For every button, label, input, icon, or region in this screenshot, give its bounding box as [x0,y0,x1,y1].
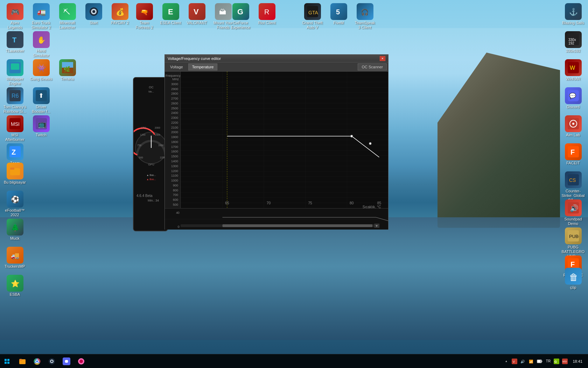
desktop-icon-efootball[interactable]: ⚽ eFootball™ 2022 [2,189,28,219]
svg-text:CS: CS [569,177,576,183]
systray-expand-icon[interactable]: ▲ [503,358,510,365]
close-button[interactable]: ✕ [380,56,385,61]
discord-label: Discord [567,105,580,109]
curve-editor-toolbar: Voltage Temperature OC Scanner [165,62,388,71]
svg-text:🚛: 🚛 [37,8,46,16]
svg-text:⬆: ⬆ [38,92,44,99]
soundpad-icon-img: 🔊 [565,199,582,216]
svg-text:T: T [12,36,16,44]
svg-text:V: V [513,360,515,363]
desktop-icon-tf2[interactable]: 🔫 Team Fortress 2 [131,2,158,31]
svg-text:75: 75 [308,201,312,205]
svg-rect-102 [5,359,7,361]
systray-battery-icon[interactable] [536,358,543,365]
svg-rect-20 [11,63,19,70]
desktop-icon-explorer[interactable]: Bu bilgisayar [2,161,28,186]
valorant-label: VALORANT [187,21,207,25]
efootball-icon-img: ⚽ [7,191,23,207]
systray-msi-icon[interactable]: MSI [561,358,568,365]
twitch-icon-img: 📺 [33,115,50,132]
desktop-icon-euro-truck[interactable]: 🚛 Euro Truck Simulator 2 [28,2,54,31]
min-label: Min.: 34 [148,199,159,202]
truckers-icon-img: 🚚 [7,247,23,264]
desktop-icon-msi[interactable]: MSI MSI Afterburner [2,114,28,143]
svg-text:500: 500 [139,156,143,159]
wallpaper-label: Wallpaper Engine [3,77,27,86]
truckers-label: TruckersMP [5,264,25,269]
desktop-icon-apex[interactable]: 🎮 Apex Legends [2,2,28,31]
desktop-icon-esba[interactable]: ⭐ ESBA [2,273,28,298]
soundpad-label: Soundpad Demo [561,217,585,226]
desktop-icon-valorant[interactable]: V VALORANT [184,2,210,27]
desktop-icon-gta[interactable]: GTA Grand Theft Auto V [299,2,326,31]
svg-text:💬: 💬 [569,93,576,99]
desktop-icon-winrar[interactable]: W WinRAR [560,58,586,83]
svg-text:1500: 1500 [155,134,160,136]
desktop-icon-hand[interactable]: ✋ Hand Simulator [28,30,54,59]
desktop-icon-fivem[interactable]: 5 FiveM [326,2,352,27]
svg-text:192: 192 [568,41,574,45]
desktop-icon-res[interactable]: 330x192 330x192 [560,30,586,55]
desktop-icon-soundpad[interactable]: 🔊 Soundpad Demo [560,198,586,227]
svg-rect-97 [222,224,372,227]
systray-geforce-icon[interactable]: G [553,358,560,365]
esba-icon-img: ⭐ [7,275,23,292]
svg-text:70: 70 [267,201,271,205]
systray-valorant-icon[interactable]: V [511,358,518,365]
taskbar-icon-discord[interactable] [59,354,74,368]
tab-voltage[interactable]: Voltage [166,63,187,70]
res-label: 330x192 [566,49,580,53]
tab-temperature[interactable]: Temperature [188,63,218,70]
taskbar-clock[interactable]: 18:41 [570,354,585,368]
desktop-icon-aimlab[interactable]: Aim Lab [560,114,586,139]
taskbar-icon-chrome[interactable] [30,354,44,368]
svg-text:GPU: GPU [148,163,154,166]
desktop-icon-payday[interactable]: 💰 PAYDAY 2 [107,2,133,27]
desktop-icon-minecraft[interactable]: ⛏ Minecraft Launcher [54,2,80,31]
desktop-icon-truckers[interactable]: 🚚 TruckersMP [2,245,28,270]
desktop-icon-recycle[interactable]: 🗑 çöp [560,266,586,291]
taskbar-icon-steam[interactable] [45,354,59,368]
desktop-icon-riot[interactable]: R Riot Client [254,2,280,27]
desktop-icon-rainbow[interactable]: R6 Tom Clancy's Rainbow Si... [2,86,28,115]
svg-text:PUBG: PUBG [569,234,579,239]
desktop-icon-wallpaper[interactable]: Wallpaper Engine [2,58,28,87]
systray-network-icon[interactable]: 📶 [528,358,535,365]
desktop-icon-muck[interactable]: 🌲 Muck [2,217,28,242]
taskbar-icon-music[interactable] [74,354,88,368]
desktop-icon-geforce[interactable]: G GeForce Experience [227,2,254,31]
ts3-icon-img: 🎧 [357,3,373,20]
zoom-icon-img: Z [7,143,23,160]
svg-text:1250: 1250 [140,134,146,136]
desktop-icon-twitch[interactable]: 📺 Twitch [28,114,54,139]
taskbar-icon-explorer[interactable] [15,354,29,368]
desktop-icon-steam[interactable]: Start [80,2,107,27]
svg-text:R6: R6 [12,93,19,99]
desktop-icon-tlauncher[interactable]: T TLauncher [2,30,28,55]
desktop-icon-esea[interactable]: E ESEA Client [158,2,184,27]
systray-language-icon[interactable]: TR [545,358,552,365]
svg-rect-80 [181,71,388,208]
desktop-icon-terraria[interactable]: 🌿 Terraria [54,58,80,83]
euro-truck-label: Euro Truck Simulator 2 [29,21,53,30]
desktop-icon-faceit[interactable]: F FACEIT [560,142,586,167]
hand-label: Hand Simulator [29,49,53,58]
desktop-icon-gang[interactable]: 👾 Gang Beasts [28,58,54,83]
gta-icon-img: GTA [304,3,321,20]
svg-text:65: 65 [225,201,229,205]
pubg-icon-img: PUBG [565,227,582,244]
svg-text:Z: Z [12,148,16,156]
desktop-icon-ts3[interactable]: 🎧 TeamSpeak 3 Client [352,2,378,31]
start-button[interactable] [0,354,14,368]
svg-text:🔊: 🔊 [570,204,579,212]
oc-scanner-button[interactable]: OC Scanner [358,63,387,70]
desktop-icon-blazing[interactable]: ⚓ Blazing Sails [560,2,586,27]
svg-point-51 [572,123,574,125]
systray-volume-icon[interactable]: 🔊 [519,358,526,365]
csgo-icon-img: CS [565,171,582,188]
payday-icon-img: 💰 [112,3,128,20]
desktop-icon-driver[interactable]: ⬆ Driver Booster f... [28,86,54,115]
chart-canvas[interactable]: 65 70 75 80 85 Sıcaklık, °C [181,71,388,208]
clock-time: 18:41 [573,359,582,363]
desktop-icon-discord[interactable]: 💬 Discord [560,86,586,111]
